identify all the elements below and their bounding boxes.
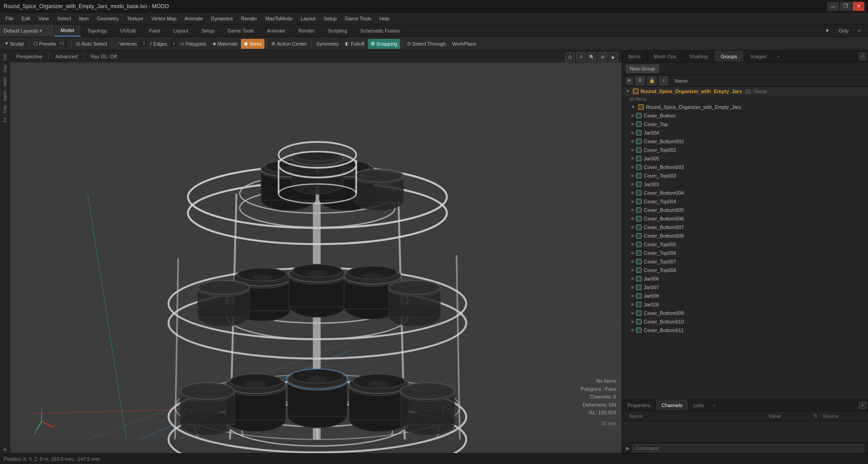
viewport-ctrl-3[interactable]: 🔍 <box>587 52 596 61</box>
menu-setup[interactable]: Setup <box>320 15 340 22</box>
side-panel-fu[interactable]: Fu <box>2 116 8 124</box>
new-group-button[interactable]: New Group <box>626 65 659 73</box>
rp-tab-mesh-ops[interactable]: Mesh Ops <box>647 51 683 62</box>
tree-item[interactable]: Cover_Bottom <box>622 112 868 120</box>
add-tab-button[interactable]: + <box>854 28 864 33</box>
tree-item[interactable]: Jar006 <box>622 275 868 283</box>
tree-item[interactable]: Cover_Top006 <box>622 249 868 258</box>
tab-setup[interactable]: Setup <box>195 24 221 37</box>
tree-item[interactable]: Cover_Bottom003 <box>622 163 868 172</box>
tree-item[interactable]: Cover_Top002 <box>622 146 868 155</box>
menu-maxtomode[interactable]: MaxToModo <box>262 15 296 22</box>
action-center-button[interactable]: ⊕ Action Center <box>269 39 310 49</box>
work-plane-button[interactable]: WorkPlane <box>449 39 479 49</box>
brp-tab-properties[interactable]: Properties <box>622 399 656 411</box>
menu-render[interactable]: Render <box>237 15 261 22</box>
tree-item[interactable]: Cover_Top <box>622 120 868 129</box>
menu-view[interactable]: View <box>35 15 53 22</box>
star-button[interactable]: ★ <box>821 28 833 33</box>
viewport-area[interactable]: Perspective Advanced Ray GL: Off ⊡ ↺ 🔍 ⚙… <box>10 51 622 453</box>
advanced-button[interactable]: Advanced <box>52 53 80 60</box>
sculpt-button[interactable]: ✦ Sculpt <box>2 39 27 49</box>
viewport-ctrl-1[interactable]: ⊡ <box>566 52 575 61</box>
menu-game-tools[interactable]: Game Tools <box>341 15 375 22</box>
layout-selector[interactable]: Default Layouts ▾ <box>0 24 54 37</box>
brp-expand-btn[interactable]: ⤢ <box>859 402 866 409</box>
tree-item[interactable]: Cover_Bottom008 <box>622 232 868 240</box>
select-through-button[interactable]: ⊙ Select Through <box>404 39 448 49</box>
tree-item[interactable]: Cover_Bottom007 <box>622 223 868 232</box>
maximize-button[interactable]: ❐ <box>840 2 852 11</box>
polygons-button[interactable]: ▱ Polygons <box>178 39 208 49</box>
viewport-ctrl-4[interactable]: ⚙ <box>598 52 607 61</box>
menu-geometry[interactable]: Geometry <box>93 15 122 22</box>
menu-edit[interactable]: Edit <box>18 15 34 22</box>
minimize-button[interactable]: — <box>827 2 839 11</box>
vertices-button[interactable]: · Vertices <box>114 39 140 49</box>
tab-scripting[interactable]: Scripting <box>321 24 354 37</box>
falloff-button[interactable]: ◐ Falloff <box>342 39 367 49</box>
snapping-button[interactable]: ⊞ Snapping <box>368 39 400 49</box>
scene-tree[interactable]: ▼ Round_Spice_Organizer_with_Empty_Jars … <box>622 87 868 399</box>
raygl-button[interactable]: Ray GL: Off <box>88 53 119 60</box>
tree-item[interactable]: Cover_Top003 <box>622 172 868 180</box>
menu-vertex-map[interactable]: Vertex Map <box>148 15 180 22</box>
tab-model[interactable]: Model <box>54 24 81 37</box>
close-button[interactable]: ✕ <box>853 2 864 11</box>
tab-layout[interactable]: Layout <box>167 24 195 37</box>
tree-item[interactable]: ▼ Round_Spice_Organizer_with_Empty_Jars <box>622 103 868 112</box>
tree-item[interactable]: Cover_Top005 <box>622 240 868 249</box>
materials-button[interactable]: ◈ Materials <box>210 39 241 49</box>
tab-render[interactable]: Render <box>292 24 321 37</box>
rp-tab-items[interactable]: Items <box>622 51 647 62</box>
viewport-ctrl-5[interactable]: ▶ <box>609 52 618 61</box>
tab-paint[interactable]: Paint <box>142 24 167 37</box>
side-panel-poly[interactable]: Poly <box>2 103 8 115</box>
tree-item[interactable]: Cover_Bottom009 <box>622 309 868 318</box>
tree-item[interactable]: Jar004 <box>622 129 868 137</box>
tree-item[interactable]: Cover_Bottom006 <box>622 215 868 223</box>
command-expand-icon[interactable]: ▶ <box>626 445 630 451</box>
side-panel-mesh[interactable]: Mesh <box>2 89 8 103</box>
brp-tab-add[interactable]: + <box>710 399 718 411</box>
tab-schematic-fusion[interactable]: Schematic Fusion <box>354 24 406 37</box>
brp-tab-lists[interactable]: Lists <box>689 399 710 411</box>
menu-layout[interactable]: Layout <box>297 15 319 22</box>
scene-lock-icon[interactable]: 🔒 <box>647 76 656 85</box>
scene-eye-icon[interactable]: 👁 <box>626 77 633 84</box>
rp-tab-images[interactable]: Images <box>744 51 774 62</box>
rp-tab-groups[interactable]: Groups <box>714 51 744 62</box>
menu-select[interactable]: Select <box>53 15 75 22</box>
side-panel-dup[interactable]: Dup <box>2 63 8 75</box>
tree-item[interactable]: Jar016 <box>622 300 868 309</box>
tree-item[interactable]: Cover_Bottom002 <box>622 137 868 146</box>
side-panel-weld[interactable]: Weld <box>2 75 8 88</box>
rp-tab-shading[interactable]: Shading <box>683 51 714 62</box>
tab-animate[interactable]: Animate <box>261 24 292 37</box>
tree-item[interactable]: Jar008 <box>622 292 868 300</box>
edges-button[interactable]: / Edges <box>148 39 170 49</box>
tree-group-header[interactable]: ▼ Round_Spice_Organizer_with_Empty_Jars … <box>622 87 868 96</box>
tree-item[interactable]: Jar003 <box>622 180 868 189</box>
rp-tab-add[interactable]: + <box>774 51 783 62</box>
tree-item[interactable]: Cover_Top004 <box>622 197 868 206</box>
tree-item[interactable]: Cover_Bottom010 <box>622 318 868 326</box>
scene-render-icon[interactable]: R <box>636 76 645 85</box>
viewport-3d[interactable] <box>10 51 622 453</box>
side-panel-def[interactable]: Def <box>2 52 8 62</box>
tree-item[interactable]: Jar007 <box>622 283 868 292</box>
auto-select-button[interactable]: ◎ Auto Select <box>73 39 110 49</box>
menu-help[interactable]: Help <box>376 15 393 22</box>
tab-uvedit[interactable]: UVEdit <box>114 24 142 37</box>
tree-item[interactable]: Cover_Bottom011 <box>622 326 868 335</box>
scene-info-icon[interactable]: i <box>659 76 668 85</box>
brp-tab-channels[interactable]: Channels <box>656 399 688 411</box>
presets-button[interactable]: ⬡ Presets F6 <box>31 39 69 49</box>
menu-texture[interactable]: Texture <box>123 15 147 22</box>
only-button[interactable]: Only <box>835 28 853 33</box>
menu-file[interactable]: File <box>2 15 17 22</box>
tree-item[interactable]: Cover_Bottom004 <box>622 189 868 197</box>
menu-animate[interactable]: Animate <box>181 15 206 22</box>
perspective-button[interactable]: Perspective <box>14 53 45 60</box>
tree-item[interactable]: Cover_Top007 <box>622 258 868 266</box>
